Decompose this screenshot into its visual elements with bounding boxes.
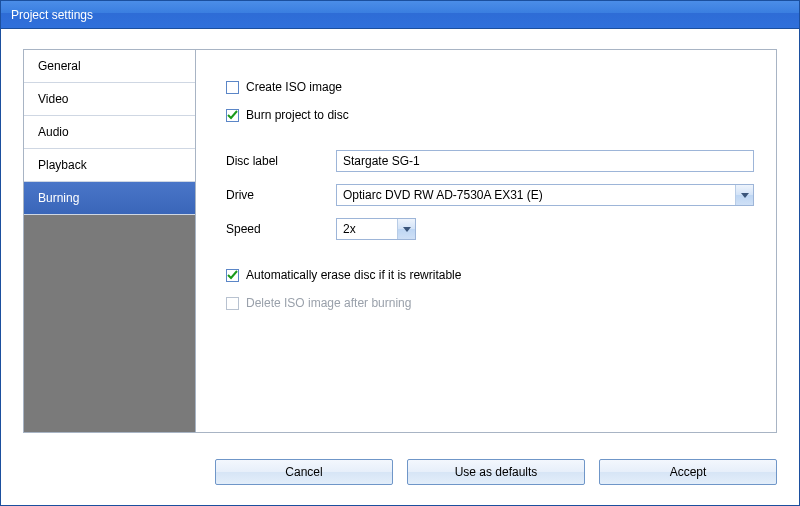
auto-erase-checkbox[interactable] (226, 269, 239, 282)
dialog-button-row: Cancel Use as defaults Accept (1, 459, 799, 485)
drive-select-button[interactable] (735, 185, 753, 205)
disc-label-row: Disc label (226, 150, 754, 172)
auto-erase-label: Automatically erase disc if it is rewrit… (246, 268, 461, 282)
create-iso-checkbox[interactable] (226, 81, 239, 94)
delete-iso-row: Delete ISO image after burning (226, 296, 754, 310)
use-defaults-button[interactable]: Use as defaults (407, 459, 585, 485)
create-iso-label: Create ISO image (246, 80, 342, 94)
disc-label-input[interactable] (336, 150, 754, 172)
sidebar-item-playback[interactable]: Playback (24, 149, 195, 182)
project-settings-window: Project settings General Video Audio Pla… (0, 0, 800, 506)
sidebar-item-general[interactable]: General (24, 50, 195, 83)
cancel-button[interactable]: Cancel (215, 459, 393, 485)
button-label: Use as defaults (455, 465, 538, 479)
speed-row: Speed 2x (226, 218, 754, 240)
settings-sidebar: General Video Audio Playback Burning (24, 50, 196, 432)
speed-select-value: 2x (337, 222, 397, 236)
drive-label: Drive (226, 188, 336, 202)
speed-label: Speed (226, 222, 336, 236)
drive-select[interactable]: Optiarc DVD RW AD-7530A EX31 (E) (336, 184, 754, 206)
button-label: Accept (670, 465, 707, 479)
burn-to-disc-checkbox[interactable] (226, 109, 239, 122)
checkmark-icon (227, 270, 238, 281)
titlebar[interactable]: Project settings (1, 1, 799, 29)
sidebar-item-label: Playback (38, 158, 87, 172)
burn-to-disc-label: Burn project to disc (246, 108, 349, 122)
accept-button[interactable]: Accept (599, 459, 777, 485)
speed-select[interactable]: 2x (336, 218, 416, 240)
window-title: Project settings (11, 8, 93, 22)
create-iso-row: Create ISO image (226, 80, 754, 94)
delete-iso-checkbox (226, 297, 239, 310)
drive-row: Drive Optiarc DVD RW AD-7530A EX31 (E) (226, 184, 754, 206)
sidebar-item-label: Video (38, 92, 68, 106)
speed-select-button[interactable] (397, 219, 415, 239)
sidebar-item-label: Audio (38, 125, 69, 139)
sidebar-item-label: Burning (38, 191, 79, 205)
sidebar-item-burning[interactable]: Burning (24, 182, 195, 215)
drive-select-value: Optiarc DVD RW AD-7530A EX31 (E) (337, 188, 735, 202)
chevron-down-icon (403, 227, 411, 232)
auto-erase-row: Automatically erase disc if it is rewrit… (226, 268, 754, 282)
client-area: General Video Audio Playback Burning (1, 29, 799, 505)
disc-label-label: Disc label (226, 154, 336, 168)
sidebar-item-video[interactable]: Video (24, 83, 195, 116)
button-label: Cancel (285, 465, 322, 479)
sidebar-item-label: General (38, 59, 81, 73)
main-panel: General Video Audio Playback Burning (23, 49, 777, 433)
delete-iso-label: Delete ISO image after burning (246, 296, 411, 310)
sidebar-item-audio[interactable]: Audio (24, 116, 195, 149)
burn-to-disc-row: Burn project to disc (226, 108, 754, 122)
burning-settings-content: Create ISO image Burn project to disc Di… (196, 50, 776, 432)
checkmark-icon (227, 110, 238, 121)
chevron-down-icon (741, 193, 749, 198)
